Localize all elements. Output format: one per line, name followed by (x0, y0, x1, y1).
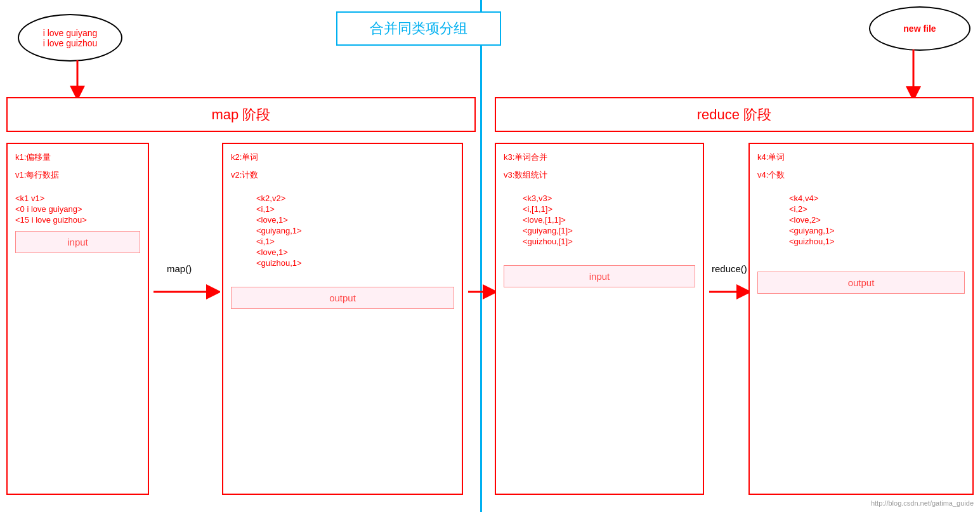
box2-item1: <i,1> (256, 204, 454, 214)
phase-map-header: map 阶段 (6, 97, 476, 132)
title-box: 合并同类项分组 (336, 11, 501, 46)
box4-k: k4:单词 (757, 152, 965, 163)
box4-item0: <k4,v4> (789, 194, 965, 203)
map-arrow (154, 279, 220, 305)
box3-k: k3:单词合并 (504, 152, 695, 163)
box-k1: k1:偏移量 v1:每行数据 <k1 v1> <0 i love guiyang… (6, 143, 149, 495)
box3-item4: <guizhou,[1]> (523, 237, 695, 246)
box3-item3: <guiyang,[1]> (523, 226, 695, 235)
box2-item3: <guiyang,1> (256, 226, 454, 235)
box3-item1: <i,[1,1]> (523, 204, 695, 214)
phase-map-label: map 阶段 (212, 105, 271, 124)
box4-item3: <guiyang,1> (789, 226, 965, 235)
oval-right-label: new file (903, 23, 936, 34)
box-k4: k4:单词 v4:个数 <k4,v4> <i,2> <love,2> <guiy… (748, 143, 974, 495)
box2-output[interactable]: output (231, 287, 454, 309)
box4-output[interactable]: output (757, 272, 965, 294)
output-oval: new file (869, 6, 970, 51)
box3-input-label: input (589, 271, 610, 282)
title-text: 合并同类项分组 (370, 20, 467, 36)
box1-input[interactable]: input (15, 231, 140, 253)
watermark-text: http://blog.csdn.net/gatima_guide (871, 499, 974, 507)
box3-v: v3:数组统计 (504, 169, 695, 181)
reduce-func-text: reduce() (712, 263, 747, 274)
input-oval: i love guiyang i love guizhou (18, 14, 122, 62)
center-divider (480, 0, 482, 512)
box1-input-label: input (67, 237, 88, 247)
box1-k: k1:偏移量 (15, 152, 140, 163)
box2-output-label: output (329, 292, 356, 303)
reduce-func-label: reduce() (712, 263, 747, 274)
map-func-label: map() (167, 263, 192, 274)
box1-item0: <k1 v1> (15, 194, 140, 203)
oval-line2: i love guizhou (43, 38, 98, 48)
box2-v: v2:计数 (231, 169, 454, 181)
oval-line1: i love guiyang (43, 28, 98, 38)
box4-item1: <i,2> (789, 204, 965, 214)
box4-item2: <love,2> (789, 215, 965, 225)
box2-item5: <love,1> (256, 247, 454, 257)
arrow-left-down (68, 60, 87, 98)
box2-item6: <guizhou,1> (256, 258, 454, 268)
box2-item4: <i,1> (256, 237, 454, 246)
map-func-text: map() (167, 263, 192, 274)
box3-item0: <k3,v3> (523, 194, 695, 203)
box2-item0: <k2,v2> (256, 194, 454, 203)
box4-v: v4:个数 (757, 169, 965, 181)
phase-reduce-header: reduce 阶段 (495, 97, 974, 132)
box1-v: v1:每行数据 (15, 169, 140, 181)
box4-item4: <guizhou,1> (789, 237, 965, 246)
box3-input[interactable]: input (504, 265, 695, 287)
watermark: http://blog.csdn.net/gatima_guide (871, 499, 974, 507)
phase-reduce-label: reduce 阶段 (697, 105, 771, 124)
arrow-right-down (904, 49, 923, 99)
box2-item2: <love,1> (256, 215, 454, 225)
box1-item1: <0 i love guiyang> (15, 204, 140, 214)
box4-output-label: output (848, 277, 875, 288)
box3-item2: <love,[1,1]> (523, 215, 695, 225)
box-k2: k2:单词 v2:计数 <k2,v2> <i,1> <love,1> <guiy… (222, 143, 463, 495)
shuffle-arrow (468, 279, 497, 305)
box1-item2: <15 i love guizhou> (15, 215, 140, 225)
reduce-arrow (709, 279, 750, 305)
box2-k: k2:单词 (231, 152, 454, 163)
box-k3: k3:单词合并 v3:数组统计 <k3,v3> <i,[1,1]> <love,… (495, 143, 704, 495)
